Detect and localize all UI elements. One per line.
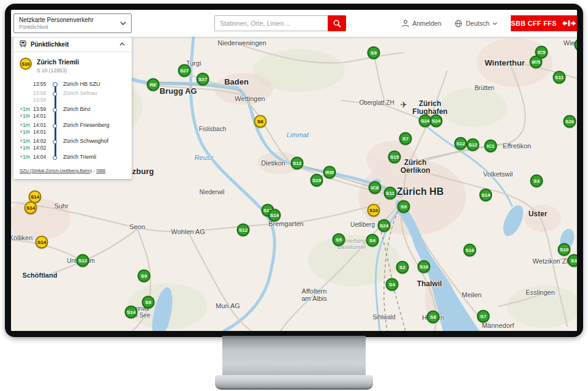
map-label-zürich-oerlikon: Zürich Oerlikon: [401, 159, 431, 175]
train-badge-s14[interactable]: S14: [125, 306, 138, 319]
train-badge-ir75[interactable]: IR75: [530, 56, 543, 69]
train-name: Zürich Triemli: [37, 58, 79, 66]
map-label-esslingen: Esslingen: [526, 289, 555, 296]
train-badge-s8[interactable]: S8: [427, 311, 440, 324]
map-label-männedorf: Männedorf: [482, 322, 514, 329]
map-label-winterthur: Winterthur: [484, 59, 525, 68]
train-badge-s9[interactable]: S9: [138, 270, 151, 283]
train-badge-s14[interactable]: S14: [480, 189, 492, 202]
map-label-volketswil: Volketswil: [483, 170, 513, 178]
train-badge-s16[interactable]: S16: [464, 244, 477, 257]
search-button[interactable]: [328, 15, 346, 31]
train-badge-s24[interactable]: S24: [378, 219, 391, 232]
train-badge-s12[interactable]: S12: [291, 157, 304, 170]
train-badge-s16[interactable]: S16: [418, 260, 431, 273]
train-badge-s11[interactable]: S11: [553, 71, 566, 84]
chevron-down-icon: [492, 22, 497, 25]
train-badge-s4[interactable]: S4: [366, 234, 379, 247]
stop-row[interactable]: +1m+1m14:0214:02Zürich Schweighof: [20, 137, 126, 153]
stop-list: 13:55Zürich HB SZU13:5613:58Zürich Selna…: [13, 75, 132, 163]
map-label-seon: Seon: [129, 223, 145, 230]
train-badge-s3[interactable]: S3: [568, 254, 578, 267]
language-selector[interactable]: Deutsch: [454, 20, 497, 28]
map-label-dietikon: Dietikon: [261, 159, 285, 167]
train-badge-s7[interactable]: S7: [477, 310, 490, 323]
search-input[interactable]: [214, 15, 328, 31]
train-badge-s27[interactable]: S27: [178, 64, 191, 77]
train-badge-s12[interactable]: S12: [77, 254, 89, 267]
operator-link[interactable]: SZU (Sihltal-Zürich-Uetliberg-Bahn): [20, 168, 92, 173]
train-badge-s3[interactable]: S3: [530, 175, 543, 188]
panel-title: Pünktlichkeit: [31, 41, 69, 48]
map-label-fislisbach: Fislisbach: [199, 126, 226, 132]
train-badge-re[interactable]: RE: [147, 78, 160, 91]
line-badge: S10: [20, 58, 32, 70]
map-label-limmat: Limmat: [287, 131, 309, 139]
train-badge-s14[interactable]: S14: [268, 209, 281, 222]
train-summary: S10 Zürich Triemli S 10 (12853): [13, 52, 132, 75]
train-badge-s4[interactable]: S4: [386, 278, 399, 291]
train-badge-s9[interactable]: S9: [368, 47, 380, 59]
train-badge-s14[interactable]: S14: [24, 202, 37, 214]
map-label-wettingen: Wettingen: [235, 95, 265, 102]
train-badge-s24[interactable]: S24: [430, 115, 443, 127]
stop-row[interactable]: 13:5613:58Zürich Selnau: [20, 89, 126, 105]
login-button[interactable]: Anmelden: [402, 20, 441, 28]
train-badge-s2[interactable]: S2: [396, 261, 409, 274]
chevron-up-icon: [119, 42, 125, 46]
globe-icon: [454, 20, 462, 28]
train-badge-s15[interactable]: S15: [388, 151, 401, 164]
train-badge-s14[interactable]: S14: [36, 236, 48, 249]
train-badge-s27[interactable]: S27: [197, 73, 209, 86]
map-label-oberglatt-zh: Oberglatt ZH: [359, 99, 394, 106]
map-label-reuss: Reuss: [194, 154, 213, 161]
header-actions: Anmelden Deutsch SBB CFF FFS: [402, 10, 577, 37]
app-window: Netzkarte Personenverkehr Pünktlichkeit …: [11, 10, 577, 331]
train-badge-s9[interactable]: S9: [142, 296, 155, 309]
stop-row[interactable]: +1m+1m13:5914:01Zürich Binz: [20, 105, 126, 121]
monitor-base: [215, 375, 373, 390]
train-badge-s12[interactable]: S12: [467, 139, 480, 151]
train-badge-s10[interactable]: S10: [558, 243, 571, 256]
monitor: Netzkarte Personenverkehr Pünktlichkeit …: [0, 0, 588, 391]
train-badge-ir35[interactable]: IR35: [323, 166, 336, 179]
sbb-link[interactable]: SBB: [96, 168, 105, 173]
panel-header: Pünktlichkeit: [13, 37, 132, 52]
layer-select-value: Netzkarte Personenverkehr: [19, 17, 94, 23]
stop-row[interactable]: +1m14:04Zürich Triemli: [20, 153, 126, 162]
map-label-affoltern-am-albis: Affoltern am Albis: [301, 287, 327, 303]
train-badge-s5[interactable]: S5: [333, 233, 345, 246]
train-badge-s6[interactable]: S6: [254, 115, 267, 128]
monitor-stand: [222, 336, 366, 376]
layer-select-dropdown[interactable]: Netzkarte Personenverkehr Pünktlichkeit: [13, 13, 132, 33]
collapse-panel-button[interactable]: [118, 41, 126, 47]
train-badge-ic8[interactable]: IC8: [369, 181, 382, 194]
train-titles: Zürich Triemli S 10 (12853): [37, 58, 79, 74]
train-badge-s7[interactable]: S7: [399, 132, 412, 145]
train-badge-s12[interactable]: S12: [237, 224, 250, 237]
train-badge-ic1[interactable]: IC1: [484, 140, 497, 153]
map-label-wetzikon-zh: Wetzikon ZH: [533, 257, 571, 265]
map-label-effretikon: Effretikon: [503, 142, 531, 150]
stop-row[interactable]: +1m+1m14:0114:01Zürich Friesenberg: [20, 121, 126, 137]
sbb-logo: SBB CFF FFS: [511, 15, 577, 31]
train-badge-s10[interactable]: S10: [368, 204, 380, 217]
panel-footer: SZU (Sihltal-Zürich-Uetliberg-Bahn) - SB…: [13, 163, 132, 179]
train-badge-s9[interactable]: S9: [398, 200, 410, 213]
map-label-zürich-hb: Zürich HB: [397, 186, 443, 197]
sbb-logo-text: SBB CFF FFS: [511, 20, 557, 27]
map-label-brugg-ag: Brugg AG: [160, 87, 197, 96]
login-label: Anmelden: [412, 20, 441, 27]
train-badge-s11[interactable]: S11: [384, 187, 397, 200]
map-label-wohlen-ag: Wohlen AG: [171, 228, 205, 235]
layer-select-text: Netzkarte Personenverkehr Pünktlichkeit: [19, 17, 94, 30]
search-bar: [214, 15, 346, 31]
map-label-niederweningen: Niederweningen: [217, 39, 266, 47]
map-label-schöftland: Schöftland: [23, 271, 58, 279]
stop-row[interactable]: 13:55Zürich HB SZU: [20, 80, 126, 89]
train-badge-s26[interactable]: S26: [564, 115, 576, 128]
map-label-suhr: Suhr: [54, 202, 68, 210]
train-badge-s19[interactable]: S19: [311, 174, 323, 187]
train-badge-s12[interactable]: S12: [454, 137, 467, 150]
map-label-muri-ag: Muri AG: [216, 302, 240, 309]
